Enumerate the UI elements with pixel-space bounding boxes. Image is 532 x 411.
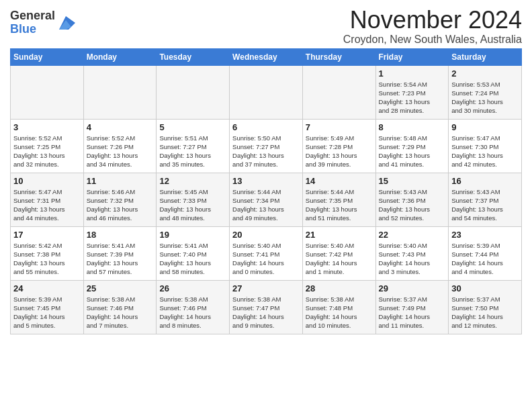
weekday-header: Thursday bbox=[302, 48, 375, 65]
day-info: Sunrise: 5:37 AM Sunset: 7:49 PM Dayligh… bbox=[379, 295, 446, 330]
day-info: Sunrise: 5:48 AM Sunset: 7:29 PM Dayligh… bbox=[379, 134, 446, 169]
day-cell: 28Sunrise: 5:38 AM Sunset: 7:48 PM Dayli… bbox=[302, 280, 375, 334]
day-number: 20 bbox=[232, 230, 300, 240]
day-info: Sunrise: 5:50 AM Sunset: 7:27 PM Dayligh… bbox=[232, 134, 300, 169]
day-number: 5 bbox=[159, 122, 226, 132]
day-number: 7 bbox=[306, 122, 373, 132]
day-cell: 14Sunrise: 5:44 AM Sunset: 7:35 PM Dayli… bbox=[302, 173, 375, 226]
day-number: 21 bbox=[306, 230, 373, 240]
day-info: Sunrise: 5:39 AM Sunset: 7:44 PM Dayligh… bbox=[451, 241, 519, 277]
day-info: Sunrise: 5:38 AM Sunset: 7:46 PM Dayligh… bbox=[87, 295, 154, 330]
day-info: Sunrise: 5:43 AM Sunset: 7:37 PM Dayligh… bbox=[451, 187, 519, 223]
weekday-header: Sunday bbox=[11, 48, 84, 65]
day-cell: 12Sunrise: 5:45 AM Sunset: 7:33 PM Dayli… bbox=[157, 173, 230, 226]
weekday-header: Friday bbox=[375, 48, 449, 65]
day-info: Sunrise: 5:45 AM Sunset: 7:33 PM Dayligh… bbox=[159, 187, 226, 223]
weekday-header: Wednesday bbox=[230, 48, 303, 65]
week-row: 24Sunrise: 5:39 AM Sunset: 7:45 PM Dayli… bbox=[11, 280, 522, 334]
day-cell: 22Sunrise: 5:40 AM Sunset: 7:43 PM Dayli… bbox=[375, 226, 449, 280]
day-info: Sunrise: 5:49 AM Sunset: 7:28 PM Dayligh… bbox=[306, 134, 373, 169]
calendar-body: 1Sunrise: 5:54 AM Sunset: 7:23 PM Daylig… bbox=[11, 65, 522, 334]
day-info: Sunrise: 5:43 AM Sunset: 7:36 PM Dayligh… bbox=[379, 187, 446, 223]
logo-text: General Blue bbox=[10, 9, 55, 36]
day-info: Sunrise: 5:42 AM Sunset: 7:38 PM Dayligh… bbox=[13, 241, 81, 277]
day-info: Sunrise: 5:38 AM Sunset: 7:47 PM Dayligh… bbox=[232, 295, 300, 330]
weekday-header: Saturday bbox=[449, 48, 522, 65]
day-cell bbox=[157, 65, 230, 119]
day-cell: 30Sunrise: 5:37 AM Sunset: 7:50 PM Dayli… bbox=[449, 280, 522, 334]
day-cell: 27Sunrise: 5:38 AM Sunset: 7:47 PM Dayli… bbox=[230, 280, 303, 334]
day-number: 22 bbox=[379, 230, 446, 240]
day-cell: 8Sunrise: 5:48 AM Sunset: 7:29 PM Daylig… bbox=[375, 119, 449, 173]
day-number: 19 bbox=[159, 230, 226, 240]
day-cell: 20Sunrise: 5:40 AM Sunset: 7:41 PM Dayli… bbox=[230, 226, 303, 280]
day-info: Sunrise: 5:38 AM Sunset: 7:46 PM Dayligh… bbox=[159, 295, 226, 330]
logo-icon bbox=[56, 13, 75, 32]
week-row: 1Sunrise: 5:54 AM Sunset: 7:23 PM Daylig… bbox=[11, 65, 522, 119]
day-info: Sunrise: 5:40 AM Sunset: 7:41 PM Dayligh… bbox=[232, 241, 300, 277]
day-number: 2 bbox=[451, 68, 519, 79]
day-number: 6 bbox=[232, 122, 300, 132]
weekday-row: SundayMondayTuesdayWednesdayThursdayFrid… bbox=[11, 48, 522, 65]
day-cell: 11Sunrise: 5:46 AM Sunset: 7:32 PM Dayli… bbox=[83, 173, 157, 226]
day-cell bbox=[230, 65, 303, 119]
day-cell: 5Sunrise: 5:51 AM Sunset: 7:27 PM Daylig… bbox=[157, 119, 230, 173]
week-row: 10Sunrise: 5:47 AM Sunset: 7:31 PM Dayli… bbox=[11, 173, 522, 226]
day-info: Sunrise: 5:47 AM Sunset: 7:30 PM Dayligh… bbox=[451, 134, 519, 169]
calendar-header: SundayMondayTuesdayWednesdayThursdayFrid… bbox=[11, 48, 522, 65]
day-cell: 18Sunrise: 5:41 AM Sunset: 7:39 PM Dayli… bbox=[83, 226, 157, 280]
day-cell: 1Sunrise: 5:54 AM Sunset: 7:23 PM Daylig… bbox=[375, 65, 449, 119]
day-info: Sunrise: 5:47 AM Sunset: 7:31 PM Dayligh… bbox=[13, 187, 81, 223]
day-number: 25 bbox=[87, 283, 154, 293]
location-title: Croydon, New South Wales, Australia bbox=[343, 34, 522, 46]
week-row: 3Sunrise: 5:52 AM Sunset: 7:25 PM Daylig… bbox=[11, 119, 522, 173]
day-cell: 25Sunrise: 5:38 AM Sunset: 7:46 PM Dayli… bbox=[83, 280, 157, 334]
day-info: Sunrise: 5:41 AM Sunset: 7:40 PM Dayligh… bbox=[159, 241, 226, 277]
day-number: 8 bbox=[379, 122, 446, 132]
day-number: 1 bbox=[379, 68, 446, 79]
day-cell: 24Sunrise: 5:39 AM Sunset: 7:45 PM Dayli… bbox=[11, 280, 84, 334]
day-number: 11 bbox=[87, 176, 154, 186]
day-cell: 29Sunrise: 5:37 AM Sunset: 7:49 PM Dayli… bbox=[375, 280, 449, 334]
logo-general: General bbox=[10, 9, 55, 23]
day-info: Sunrise: 5:44 AM Sunset: 7:35 PM Dayligh… bbox=[306, 187, 373, 223]
day-cell: 23Sunrise: 5:39 AM Sunset: 7:44 PM Dayli… bbox=[449, 226, 522, 280]
day-cell: 26Sunrise: 5:38 AM Sunset: 7:46 PM Dayli… bbox=[157, 280, 230, 334]
day-number: 4 bbox=[87, 122, 154, 132]
day-cell: 7Sunrise: 5:49 AM Sunset: 7:28 PM Daylig… bbox=[302, 119, 375, 173]
day-number: 15 bbox=[379, 176, 446, 186]
header-area: General Blue November 2024 Croydon, New … bbox=[10, 7, 522, 46]
day-number: 13 bbox=[232, 176, 300, 186]
day-cell: 9Sunrise: 5:47 AM Sunset: 7:30 PM Daylig… bbox=[449, 119, 522, 173]
day-cell bbox=[83, 65, 157, 119]
day-cell: 2Sunrise: 5:53 AM Sunset: 7:24 PM Daylig… bbox=[449, 65, 522, 119]
day-cell: 10Sunrise: 5:47 AM Sunset: 7:31 PM Dayli… bbox=[11, 173, 84, 226]
day-number: 18 bbox=[87, 230, 154, 240]
day-cell: 21Sunrise: 5:40 AM Sunset: 7:42 PM Dayli… bbox=[302, 226, 375, 280]
day-number: 9 bbox=[451, 122, 519, 132]
day-number: 24 bbox=[13, 283, 81, 293]
weekday-header: Monday bbox=[83, 48, 157, 65]
title-area: November 2024 Croydon, New South Wales, … bbox=[343, 7, 522, 46]
weekday-header: Tuesday bbox=[157, 48, 230, 65]
day-info: Sunrise: 5:40 AM Sunset: 7:42 PM Dayligh… bbox=[306, 241, 373, 277]
day-cell: 17Sunrise: 5:42 AM Sunset: 7:38 PM Dayli… bbox=[11, 226, 84, 280]
day-cell bbox=[302, 65, 375, 119]
day-info: Sunrise: 5:37 AM Sunset: 7:50 PM Dayligh… bbox=[451, 295, 519, 330]
day-cell: 15Sunrise: 5:43 AM Sunset: 7:36 PM Dayli… bbox=[375, 173, 449, 226]
day-info: Sunrise: 5:52 AM Sunset: 7:26 PM Dayligh… bbox=[87, 134, 154, 169]
day-info: Sunrise: 5:39 AM Sunset: 7:45 PM Dayligh… bbox=[13, 295, 81, 330]
day-info: Sunrise: 5:38 AM Sunset: 7:48 PM Dayligh… bbox=[306, 295, 373, 330]
day-cell: 3Sunrise: 5:52 AM Sunset: 7:25 PM Daylig… bbox=[11, 119, 84, 173]
day-number: 30 bbox=[451, 283, 519, 293]
day-info: Sunrise: 5:53 AM Sunset: 7:24 PM Dayligh… bbox=[451, 80, 519, 116]
week-row: 17Sunrise: 5:42 AM Sunset: 7:38 PM Dayli… bbox=[11, 226, 522, 280]
day-cell: 6Sunrise: 5:50 AM Sunset: 7:27 PM Daylig… bbox=[230, 119, 303, 173]
day-info: Sunrise: 5:51 AM Sunset: 7:27 PM Dayligh… bbox=[159, 134, 226, 169]
calendar-table: SundayMondayTuesdayWednesdayThursdayFrid… bbox=[10, 48, 522, 334]
day-number: 10 bbox=[13, 176, 81, 186]
day-number: 23 bbox=[451, 230, 519, 240]
month-title: November 2024 bbox=[343, 7, 522, 34]
day-cell: 13Sunrise: 5:44 AM Sunset: 7:34 PM Dayli… bbox=[230, 173, 303, 226]
day-info: Sunrise: 5:46 AM Sunset: 7:32 PM Dayligh… bbox=[87, 187, 154, 223]
